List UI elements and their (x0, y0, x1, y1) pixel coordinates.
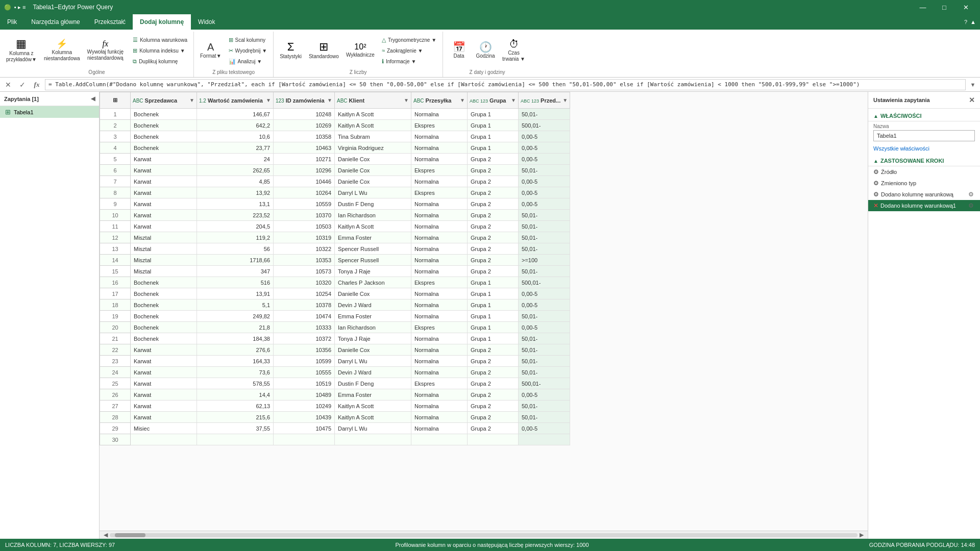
format-button[interactable]: A Format▼ (197, 35, 225, 66)
table-row[interactable]: 16Bochenek51610320Charles P JacksonEkspr… (100, 277, 570, 288)
table-row[interactable]: 7Karwat4,8510446Danielle CoxNormalnaGrup… (100, 176, 570, 187)
table-row[interactable]: 30 (100, 434, 570, 445)
step-error-icon: ✕ (873, 202, 878, 209)
step-dodano-kolumne-warunkowa[interactable]: ⚙ Dodano kolumnę warunkową ⚙ (868, 189, 980, 200)
tab-plik[interactable]: Plik (0, 14, 24, 30)
table-row[interactable]: 9Karwat13,110559Dustin F DengNormalnaGru… (100, 198, 570, 210)
filter-id[interactable]: ▼ (327, 97, 332, 103)
table-row[interactable]: 17Bochenek13,9110254Danielle CoxNormalna… (100, 288, 570, 299)
standardowo-button[interactable]: ⊞ Standardowo (306, 35, 342, 66)
queries-collapse-button[interactable]: ◀ (91, 95, 95, 102)
step-settings1-button[interactable]: ⚙ (967, 202, 975, 209)
formula-cancel-button[interactable]: ✕ (2, 79, 14, 91)
query-settings-close-button[interactable]: ✕ (969, 96, 975, 104)
cell-przedzial: 50,01- (519, 333, 570, 344)
informacje-button[interactable]: ℹ Informacje ▼ (379, 56, 439, 66)
table-row[interactable]: 22Karwat276,610356Danielle CoxNormalnaGr… (100, 344, 570, 356)
horizontal-scrollbar[interactable]: ◀ ▶ (100, 531, 868, 539)
query-item-tabela1[interactable]: ⊞ Tabela1 (0, 106, 99, 118)
wywolaj-funkcje-button[interactable]: fx Wywołaj funkcję niestandardową (84, 35, 127, 66)
table-row[interactable]: 2Bochenek642,210269Kaitlyn A ScottEkspre… (100, 120, 570, 131)
table-row[interactable]: 4Bochenek23,7710463Virginia RodriguezNor… (100, 142, 570, 154)
cell-przesylka: Normalna (411, 154, 468, 165)
col-header-sprzedawca: ABC Sprzedawca ▼ (131, 92, 197, 109)
ribbon-collapse-button[interactable]: ▲ (970, 19, 976, 25)
table-row[interactable]: 6Karwat262,6510296Danielle CoxEkspresGru… (100, 165, 570, 176)
data-button[interactable]: 📅 Data (446, 35, 472, 66)
wyodrebnij-button[interactable]: ✂ Wyodrębnij ▼ (226, 45, 271, 56)
table-row[interactable]: 28Karwat215,610439Kaitlyn A ScottNormaln… (100, 412, 570, 423)
cell-sprzedawca: Misztal (131, 232, 197, 243)
minimize-button[interactable]: — (913, 0, 933, 14)
tab-dodaj-kolumne[interactable]: Dodaj kolumnę (133, 14, 191, 30)
filter-klient[interactable]: ▼ (404, 97, 409, 103)
formula-expand-button[interactable]: ▼ (968, 79, 978, 91)
name-input[interactable] (873, 130, 975, 141)
tab-przeksztalc[interactable]: Przekształć (87, 14, 133, 30)
duplikuj-kolumne-button[interactable]: ⧉ Duplikuj kolumnę (130, 56, 190, 66)
table-row[interactable]: 10Karwat223,5210370Ian RichardsonNormaln… (100, 210, 570, 221)
filter-przed[interactable]: ▼ (562, 97, 568, 103)
all-properties-link[interactable]: Wszystkie właściwości (868, 143, 980, 154)
table-row[interactable]: 11Karwat204,510503Kaitlyn A ScottNormaln… (100, 221, 570, 232)
scrollbar-thumb[interactable] (115, 533, 145, 537)
formula-confirm-button[interactable]: ✓ (16, 79, 29, 91)
tab-widok[interactable]: Widok (191, 14, 222, 30)
tab-narzedzia-glowne[interactable]: Narzędzia główne (24, 14, 87, 30)
table-row[interactable]: 19Bochenek249,8210474Emma FosterNormalna… (100, 311, 570, 322)
kolumna-indeksu-button[interactable]: ⊞ Kolumna indeksu ▼ (130, 45, 190, 56)
scroll-left-button[interactable]: ◀ (102, 532, 110, 538)
table-row[interactable]: 5Karwat2410271Danielle CoxNormalnaGrupa … (100, 154, 570, 165)
filter-sprzedawca[interactable]: ▼ (189, 97, 194, 103)
data-table: ⊞ ABC Sprzedawca ▼ (100, 92, 570, 445)
wykladnicze-button[interactable]: 10² Wykładnicze (343, 35, 378, 66)
kolumna-z-przykladow-button[interactable]: ▦ Kolumna z przykładów▼ (3, 35, 40, 66)
table-row[interactable]: 13Misztal5610322Spencer RussellNormalnaG… (100, 243, 570, 255)
kolumna-warunkowa-button[interactable]: ☰ Kolumna warunkowa (130, 35, 190, 45)
table-row[interactable]: 18Bochenek5,110378Devin J WardNormalnaGr… (100, 299, 570, 311)
kolumna-niestandardowa-button[interactable]: ⚡ Kolumna niestandardowa (41, 35, 83, 66)
table-row[interactable]: 1Bochenek146,6710248Kaitlyn A ScottNorma… (100, 109, 570, 120)
scal-kolumny-button[interactable]: ⊞ Scal kolumny (226, 35, 271, 45)
scrollbar-track[interactable] (110, 533, 857, 537)
step-dodano-kolumne-warunkowa1[interactable]: ✕ Dodano kolumnę warunkową1 ⚙ (868, 200, 980, 211)
trygonometryczne-button[interactable]: △ Trygonometryczne ▼ (379, 35, 439, 45)
table-row[interactable]: 20Bochenek21,810333Ian RichardsonEkspres… (100, 322, 570, 333)
zaokraglenie-button[interactable]: ≈ Zaokrąglenie ▼ (379, 45, 439, 56)
statystyki-button[interactable]: Σ Statystyki (277, 35, 305, 66)
formula-fx-button[interactable]: fx (31, 79, 43, 91)
step-zmieniono-typ[interactable]: ⚙ Zmieniono typ (868, 178, 980, 189)
row-number: 18 (100, 299, 131, 311)
filter-wartosc[interactable]: ▼ (266, 97, 271, 103)
analizuj-button[interactable]: 📊 Analizuj ▼ (226, 56, 271, 66)
close-button[interactable]: ✕ (955, 0, 976, 14)
czas-trwania-button[interactable]: ⏱ Czas trwania ▼ (499, 35, 528, 66)
table-row[interactable]: 8Karwat13,9210264Darryl L WuEkspresGrupa… (100, 187, 570, 198)
select-all-icon[interactable]: ⊞ (113, 97, 117, 104)
help-button[interactable]: ? (964, 19, 967, 25)
table-row[interactable]: 14Misztal1718,6610353Spencer RussellNorm… (100, 255, 570, 266)
table-row[interactable]: 25Karwat578,5510519Dustin F DengEkspresG… (100, 378, 570, 389)
maximize-button[interactable]: □ (934, 0, 954, 14)
data-grid[interactable]: ⊞ ABC Sprzedawca ▼ (100, 92, 868, 531)
table-row[interactable]: 26Karwat14,410489Emma FosterNormalnaGrup… (100, 389, 570, 400)
formula-input[interactable] (45, 79, 966, 90)
godzina-button[interactable]: 🕐 Godzina (473, 35, 498, 66)
scroll-right-button[interactable]: ▶ (857, 532, 866, 538)
table-row[interactable]: 21Bochenek184,3810372Tonya J RajeNormaln… (100, 333, 570, 344)
table-row[interactable]: 12Misztal119,210319Emma FosterNormalnaGr… (100, 232, 570, 243)
cell-sprzedawca: Bochenek (131, 120, 197, 131)
filter-przesylka[interactable]: ▼ (460, 97, 465, 103)
table-row[interactable]: 27Karwat62,1310249Kaitlyn A ScottNormaln… (100, 400, 570, 412)
table-row[interactable]: 15Misztal34710573Tonya J RajeNormalnaGru… (100, 266, 570, 277)
row-number: 14 (100, 255, 131, 266)
table-row[interactable]: 29Misiec37,5510475Darryl L WuNormalnaGru… (100, 423, 570, 434)
table-row[interactable]: 3Bochenek10,610358Tina SubramNormalnaGru… (100, 131, 570, 142)
download-time: GODZINA POBRANIA PODGLĄDU: 14:48 (869, 542, 975, 548)
daty-label: Z daty i godziny (446, 69, 528, 76)
table-row[interactable]: 23Karwat164,3310599Darryl L WuNormalnaGr… (100, 356, 570, 367)
step-settings-button[interactable]: ⚙ (967, 191, 975, 198)
filter-grupa[interactable]: ▼ (511, 97, 516, 103)
step-zrodlo[interactable]: ⚙ Źródło (868, 166, 980, 178)
table-row[interactable]: 24Karwat73,610555Devin J WardNormalnaGru… (100, 367, 570, 378)
